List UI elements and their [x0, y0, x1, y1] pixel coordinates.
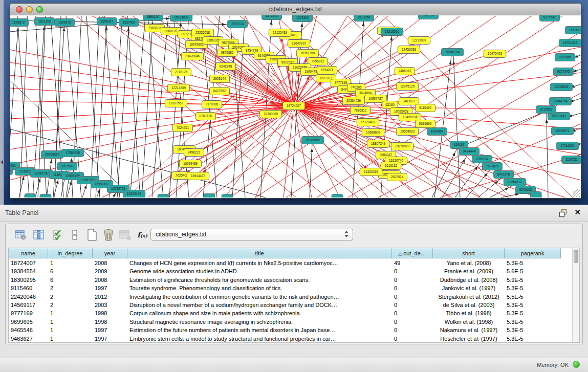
graph-node-teal[interactable]: 15751074	[559, 39, 581, 47]
graph-node-yellow[interactable]: 6794074	[317, 67, 337, 74]
table-row[interactable]: 911546021997Tourette syndrome. Phenomeno…	[9, 284, 561, 292]
graph-node-teal[interactable]: 9227343	[553, 68, 573, 76]
graph-node-yellow[interactable]: 19654923	[396, 128, 418, 136]
graph-node-teal[interactable]: 8471676	[493, 171, 513, 179]
graph-node-yellow[interactable]: 18107552	[165, 100, 187, 107]
graph-node-teal[interactable]: 1695572	[10, 19, 29, 27]
graph-node-teal[interactable]: 15932971	[551, 127, 573, 135]
graph-node-yellow[interactable]: 16961758	[296, 50, 318, 57]
table-selector-dropdown[interactable]: citations_edges.txt	[150, 229, 353, 240]
graph-node-teal[interactable]: 7632621	[482, 163, 502, 170]
graph-node-teal[interactable]: 12093832	[550, 83, 572, 91]
column-header-pagerank[interactable]: pagerank	[505, 248, 561, 258]
graph-node-yellow[interactable]: 16914479	[187, 172, 209, 180]
canvas-resize-grip[interactable]	[573, 189, 580, 197]
graph-node-yellow[interactable]: 9498222	[184, 149, 204, 157]
graph-node-yellow[interactable]: 9463627	[399, 98, 419, 105]
graph-node-yellow[interactable]: 7624751	[172, 124, 192, 132]
graph-node-yellow[interactable]: 10975403	[484, 50, 506, 58]
graph-node-teal[interactable]: 10654112	[504, 179, 526, 186]
graph-node-yellow[interactable]: 10688609	[362, 129, 384, 137]
table-row[interactable]: 969969511998Structural magnetic resonanc…	[9, 318, 561, 326]
graph-node-yellow[interactable]: 9875685	[217, 49, 237, 57]
column-header-year[interactable]: year	[93, 248, 127, 258]
graph-node-yellow[interactable]: 18724007	[282, 102, 304, 110]
table-settings-icon[interactable]	[14, 228, 27, 242]
table-row[interactable]: 946554611997Estimation of the future num…	[9, 326, 561, 334]
graph-node-yellow[interactable]: 18300295	[259, 111, 281, 118]
row-height-icon[interactable]	[68, 228, 81, 242]
graph-node-teal[interactable]	[530, 192, 541, 198]
graph-node-yellow[interactable]: 9115460	[415, 104, 435, 112]
graph-node-teal[interactable]	[222, 194, 233, 198]
graph-node-yellow[interactable]: 2522514	[387, 173, 407, 181]
table-row[interactable]: 1938455462009Genome-wide association stu…	[9, 267, 561, 275]
graph-node-teal[interactable]	[204, 194, 215, 198]
graph-node-yellow[interactable]: 18807249	[367, 140, 389, 148]
graph-node-teal[interactable]: 1517510	[565, 27, 581, 34]
graph-node-yellow[interactable]: 9170086	[202, 101, 222, 108]
new-table-icon[interactable]	[85, 228, 99, 242]
graph-node-teal[interactable]	[158, 194, 169, 198]
graph-node-teal[interactable]: 8215953	[536, 106, 556, 114]
graph-node-teal[interactable]: 12923448	[123, 190, 145, 198]
graph-node-teal[interactable]: 16033809	[170, 15, 192, 21]
table-row[interactable]: 946362711997Embryonic stem cells: a mode…	[9, 335, 561, 343]
graph-node-teal[interactable]: 1629575	[54, 19, 74, 27]
collapse-left-panel-icon[interactable]	[1, 160, 3, 164]
graph-node-yellow[interactable]: 15720407	[357, 119, 379, 126]
graph-node-yellow[interactable]: 2803144	[209, 75, 229, 83]
graph-node-teal[interactable]	[40, 194, 51, 198]
graph-node-teal[interactable]: 1527002	[119, 19, 139, 27]
graph-node-yellow[interactable]: 16152456	[360, 168, 382, 176]
graph-node-teal[interactable]: 12444154	[549, 98, 571, 105]
graph-node-teal[interactable]: 1572201	[262, 15, 281, 20]
graph-node-yellow[interactable]: 7485063	[395, 68, 415, 75]
graph-node-yellow[interactable]: 12213359	[167, 84, 189, 92]
graph-node-teal[interactable]: 17016504	[556, 142, 578, 150]
graph-node-yellow[interactable]: 1615132	[381, 162, 401, 170]
column-header-in_degree[interactable]: in_degree	[48, 248, 93, 258]
graph-node-yellow[interactable]: 9242848	[215, 63, 235, 71]
graph-node-teal[interactable]: 1621103	[34, 18, 54, 26]
column-header-short[interactable]: short	[433, 248, 505, 258]
graph-node-yellow[interactable]: 16099489	[179, 160, 201, 168]
graph-node-teal[interactable]	[25, 194, 36, 198]
graph-node-teal[interactable]: 19218506	[381, 28, 403, 36]
network-window-titlebar[interactable]: citations_edges.txt	[10, 4, 581, 15]
graph-node-teal[interactable]: 6866100	[143, 15, 163, 21]
graph-node-yellow[interactable]: 12125439	[269, 29, 291, 37]
graph-node-teal[interactable]: 15145455	[301, 137, 323, 144]
graph-node-teal[interactable]: 1875107	[418, 15, 438, 19]
select-rows-icon[interactable]	[52, 228, 65, 242]
close-icon[interactable]: ✕	[574, 208, 581, 217]
table-row[interactable]: 1456911722003Disruption of a novel membe…	[9, 301, 561, 309]
graph-node-yellow[interactable]: 8427552	[209, 87, 229, 95]
graph-node-yellow[interactable]: 12453083	[398, 46, 420, 54]
graph-node-teal[interactable]: 9097588	[57, 163, 77, 170]
graph-node-teal[interactable]	[332, 194, 343, 198]
table-row[interactable]: 1872400712008Changes of HCN gene express…	[9, 259, 561, 267]
graph-node-teal[interactable]: 2935114	[472, 156, 492, 163]
graph-node-teal[interactable]: 20206576	[41, 151, 63, 159]
graph-node-yellow[interactable]: 9699695	[415, 120, 435, 128]
graph-node-teal[interactable]: 1167531	[561, 156, 581, 164]
graph-node-teal[interactable]: 17359928	[61, 149, 83, 157]
citation-network-graph[interactable]: 1872400718300295796382289601288912934232…	[10, 15, 581, 198]
column-header-out_de[interactable]: △out_de…	[392, 248, 433, 258]
network-canvas[interactable]: 1872400718300295796382289601288912934232…	[10, 15, 581, 198]
column-header-title[interactable]: title	[127, 248, 392, 258]
graph-node-yellow[interactable]: 12213937	[408, 37, 430, 45]
graph-node-teal[interactable]: 9474444	[459, 148, 479, 156]
graph-node-teal[interactable]: 7857224	[227, 20, 247, 28]
show-column-icon[interactable]	[32, 228, 46, 242]
graph-node-yellow[interactable]: 12975125	[396, 83, 418, 91]
graph-node-yellow[interactable]: 2718126	[171, 69, 191, 76]
table-row[interactable]: 977716911998Corpus callosum shape and si…	[9, 309, 561, 317]
graph-node-yellow[interactable]: 18640910	[288, 40, 310, 48]
graph-node-teal[interactable]: 9329966	[555, 54, 575, 61]
column-header-name[interactable]: name	[9, 248, 48, 258]
graph-node-yellow[interactable]: 7986312	[350, 107, 370, 115]
delete-table-icon[interactable]	[102, 228, 115, 242]
graph-node-yellow[interactable]: 8267130	[195, 113, 215, 120]
